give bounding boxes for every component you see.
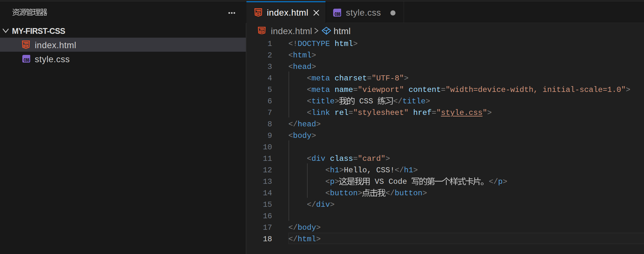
svg-text:CSS: CSS xyxy=(24,57,30,63)
svg-text:CSS: CSS xyxy=(334,11,340,17)
